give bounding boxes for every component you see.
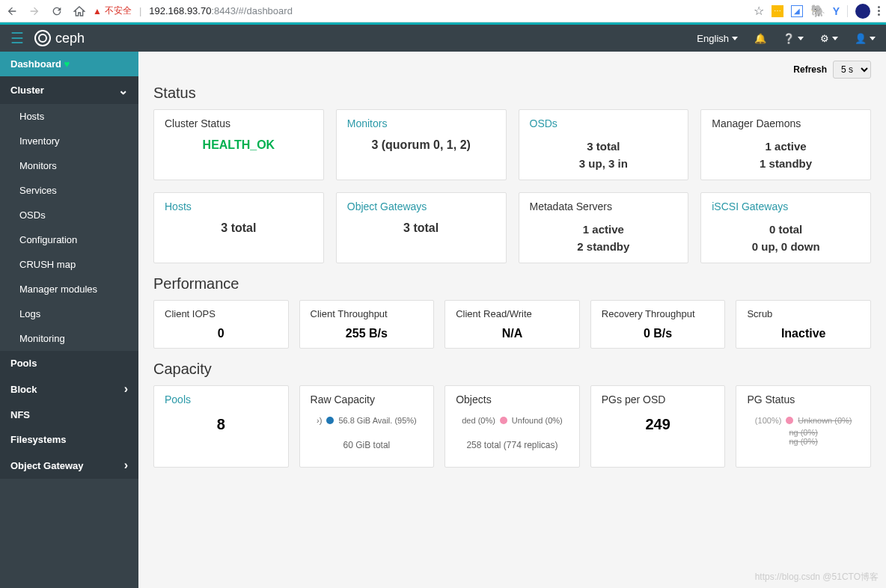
card-scrub: Scrub Inactive — [736, 300, 871, 349]
sidebar-item-logs[interactable]: Logs — [0, 301, 138, 326]
extension-icon[interactable]: ◢ — [791, 5, 803, 17]
legend-dot-icon — [500, 417, 507, 424]
evernote-icon[interactable]: 🐘 — [810, 4, 825, 18]
help-icon[interactable]: ❔ — [783, 33, 804, 44]
language-selector[interactable]: English — [697, 33, 738, 44]
card-pools: Pools 8 — [153, 385, 289, 468]
chevron-right-icon: › — [124, 382, 128, 396]
bookmark-icon[interactable]: ☆ — [754, 4, 764, 18]
card-readwrite: Client Read/Write N/A — [444, 300, 580, 349]
legend-dot-icon — [786, 417, 793, 424]
sidebar-item-pools[interactable]: Pools — [0, 351, 138, 376]
ceph-logo[interactable]: ceph — [34, 30, 85, 46]
sidebar-item-objectgateway[interactable]: Object Gateway› — [0, 452, 138, 479]
sidebar: Dashboard ♥ Cluster⌄ Hosts Inventory Mon… — [0, 52, 138, 588]
browser-toolbar: ▲ 不安全 | 192.168.93.70:8443/#/dashboard ☆… — [0, 0, 886, 22]
sidebar-item-configuration[interactable]: Configuration — [0, 227, 138, 252]
card-throughput: Client Throughput 255 B/s — [299, 300, 435, 349]
card-iops: Client IOPS 0 — [153, 300, 289, 349]
sidebar-item-monitors[interactable]: Monitors — [0, 153, 138, 178]
capacity-title: Capacity — [153, 361, 871, 378]
card-pg-status: PG Status (100%)Unknown (0%) ng (0%) ng … — [736, 385, 871, 468]
main-content: Refresh 5 s Status Cluster Status HEALTH… — [138, 52, 886, 588]
sidebar-item-monitoring[interactable]: Monitoring — [0, 326, 138, 351]
reload-icon[interactable] — [51, 5, 63, 17]
refresh-select[interactable]: 5 s — [833, 61, 871, 79]
brand-text: ceph — [55, 31, 85, 46]
card-hosts: Hosts 3 total — [153, 192, 324, 263]
performance-title: Performance — [153, 275, 871, 293]
sidebar-item-filesystems[interactable]: Filesystems — [0, 427, 138, 452]
sidebar-item-mgrmodules[interactable]: Manager modules — [0, 277, 138, 301]
sidebar-item-crushmap[interactable]: CRUSH map — [0, 252, 138, 277]
sidebar-item-nfs[interactable]: NFS — [0, 402, 138, 427]
health-status: HEALTH_OK — [165, 138, 313, 152]
sidebar-item-inventory[interactable]: Inventory — [0, 129, 138, 153]
card-cluster-status: Cluster Status HEALTH_OK — [153, 109, 324, 180]
extension-icon[interactable]: Y — [833, 5, 840, 17]
back-icon[interactable] — [6, 5, 18, 17]
sidebar-item-block[interactable]: Block› — [0, 376, 138, 402]
sidebar-item-cluster[interactable]: Cluster⌄ — [0, 76, 138, 104]
card-objects: Objects ded (0%)Unfound (0%) 258 total (… — [444, 385, 580, 468]
menu-toggle-icon[interactable]: ☰ — [10, 29, 24, 47]
sidebar-item-hosts[interactable]: Hosts — [0, 104, 138, 129]
logo-icon — [34, 30, 51, 46]
refresh-label: Refresh — [793, 64, 827, 75]
health-icon: ♥ — [64, 58, 70, 70]
home-icon[interactable] — [73, 5, 85, 17]
app-header: ☰ ceph English 🔔 ❔ ⚙ 👤 — [0, 25, 886, 52]
card-object-gateways: Object Gateways 3 total — [336, 192, 507, 263]
security-warning[interactable]: ▲ 不安全 — [93, 4, 132, 17]
status-title: Status — [153, 85, 871, 102]
chevron-right-icon: › — [124, 459, 128, 472]
card-raw-capacity: Raw Capacity ›)56.8 GiB Avail. (95%) 60 … — [299, 385, 435, 468]
legend-dot-icon — [326, 417, 334, 424]
sidebar-item-services[interactable]: Services — [0, 178, 138, 203]
card-monitors: Monitors 3 (quorum 0, 1, 2) — [336, 109, 507, 180]
user-icon[interactable]: 👤 — [855, 33, 876, 44]
browser-menu-icon[interactable] — [878, 6, 880, 16]
settings-icon[interactable]: ⚙ — [820, 33, 838, 44]
card-osds: OSDs 3 total3 up, 3 in — [519, 109, 689, 180]
card-iscsi: iSCSI Gateways 0 total0 up, 0 down — [700, 192, 871, 263]
sidebar-item-osds[interactable]: OSDs — [0, 203, 138, 227]
notifications-icon[interactable]: 🔔 — [754, 33, 766, 44]
sidebar-item-dashboard[interactable]: Dashboard ♥ — [0, 52, 138, 76]
address-bar[interactable]: 192.168.93.70:8443/#/dashboard — [149, 5, 293, 16]
chevron-down-icon: ⌄ — [118, 83, 128, 97]
profile-icon[interactable] — [855, 4, 870, 19]
card-pgs-per-osd: PGs per OSD 249 — [590, 385, 726, 468]
watermark: https://blog.csdn @51CTO博客 — [755, 571, 879, 584]
card-mgr: Manager Daemons 1 active1 standby — [700, 109, 871, 180]
card-mds: Metadata Servers 1 active2 standby — [519, 192, 689, 263]
forward-icon — [28, 5, 40, 17]
card-recovery: Recovery Throughput 0 B/s — [590, 300, 726, 349]
extension-icon[interactable]: ⋯ — [772, 5, 783, 17]
